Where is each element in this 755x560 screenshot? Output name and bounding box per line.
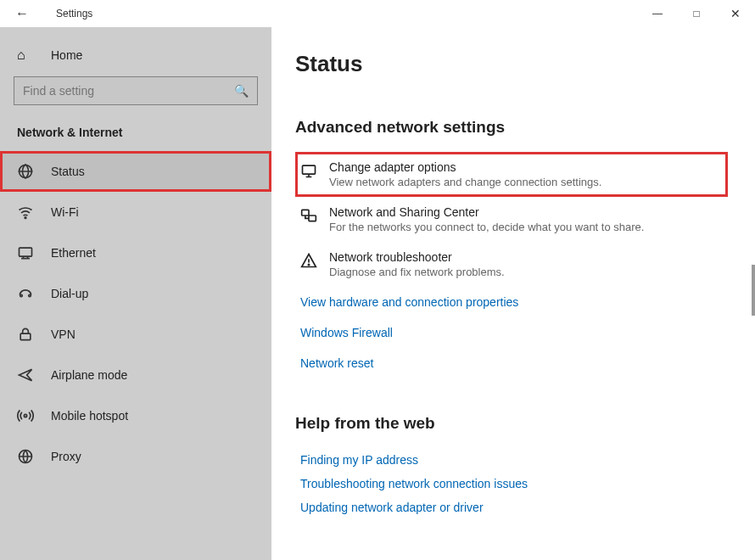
back-button[interactable]: ←	[15, 6, 36, 21]
search-icon: 🔍	[234, 84, 249, 98]
sidebar-item-label: Proxy	[51, 450, 81, 463]
scrollbar-thumb[interactable]	[752, 265, 755, 316]
sidebar-item-label: Airplane mode	[51, 368, 127, 382]
help-link-adapter[interactable]: Updating network adapter or driver	[295, 496, 728, 519]
titlebar: ← Settings — □ ✕	[0, 0, 755, 27]
option-desc: Diagnose and fix network problems.	[329, 266, 505, 278]
link-hardware-properties[interactable]: View hardware and connection properties	[295, 287, 728, 317]
svg-point-4	[29, 294, 31, 297]
main-panel: Status Advanced network settings Change …	[271, 27, 755, 560]
vpn-icon	[17, 326, 37, 343]
advanced-heading: Advanced network settings	[295, 118, 728, 137]
sidebar: ⌂ Home 🔍 Network & Internet Status Wi-Fi…	[0, 27, 271, 560]
status-icon	[17, 163, 37, 180]
option-title: Network and Sharing Center	[329, 205, 644, 219]
adapter-icon	[300, 160, 329, 188]
search-input[interactable]	[23, 84, 234, 98]
minimize-button[interactable]: —	[638, 0, 677, 27]
help-heading: Help from the web	[295, 414, 728, 433]
sharing-icon	[300, 205, 329, 233]
sidebar-home-label: Home	[51, 48, 82, 62]
link-network-reset[interactable]: Network reset	[295, 348, 728, 378]
wifi-icon	[17, 204, 37, 221]
sidebar-item-label: VPN	[51, 328, 76, 341]
sidebar-item-label: Ethernet	[51, 246, 96, 260]
option-sharing-center[interactable]: Network and Sharing Center For the netwo…	[295, 197, 728, 242]
help-link-trouble[interactable]: Troubleshooting network connection issue…	[295, 472, 728, 496]
option-change-adapter[interactable]: Change adapter options View network adap…	[295, 152, 728, 197]
svg-point-3	[20, 294, 23, 297]
svg-rect-2	[20, 248, 32, 256]
option-desc: For the networks you connect to, decide …	[329, 221, 644, 233]
svg-point-6	[24, 414, 26, 417]
sidebar-item-vpn[interactable]: VPN	[0, 314, 271, 355]
help-link-ip[interactable]: Finding my IP address	[295, 448, 728, 472]
sidebar-home[interactable]: ⌂ Home	[0, 42, 271, 76]
search-box[interactable]: 🔍	[14, 76, 258, 105]
sidebar-category: Network & Internet	[0, 126, 271, 151]
sidebar-item-proxy[interactable]: Proxy	[0, 436, 271, 477]
home-icon: ⌂	[17, 48, 37, 63]
sidebar-item-label: Dial-up	[51, 287, 88, 300]
svg-rect-9	[302, 210, 309, 216]
svg-rect-5	[20, 333, 31, 340]
option-title: Change adapter options	[329, 160, 601, 174]
page-title: Status	[295, 51, 728, 77]
sidebar-item-wifi[interactable]: Wi-Fi	[0, 192, 271, 232]
dialup-icon	[17, 285, 37, 302]
sidebar-item-dialup[interactable]: Dial-up	[0, 273, 271, 314]
option-title: Network troubleshooter	[329, 250, 505, 264]
window-title: Settings	[56, 8, 92, 20]
svg-rect-8	[303, 165, 316, 174]
sidebar-item-label: Status	[51, 165, 85, 178]
hotspot-icon	[17, 407, 37, 424]
maximize-button[interactable]: □	[677, 0, 716, 27]
warning-icon	[300, 250, 329, 278]
svg-point-11	[308, 264, 309, 265]
sidebar-item-ethernet[interactable]: Ethernet	[0, 232, 271, 273]
airplane-icon	[17, 367, 37, 384]
close-button[interactable]: ✕	[716, 0, 755, 27]
sidebar-item-label: Mobile hotspot	[51, 409, 128, 423]
link-windows-firewall[interactable]: Windows Firewall	[295, 317, 728, 348]
svg-rect-10	[309, 216, 316, 221]
sidebar-item-status[interactable]: Status	[0, 151, 271, 192]
option-desc: View network adapters and change connect…	[329, 176, 601, 188]
sidebar-item-hotspot[interactable]: Mobile hotspot	[0, 395, 271, 436]
proxy-icon	[17, 448, 37, 465]
sidebar-item-label: Wi-Fi	[51, 205, 79, 219]
option-troubleshooter[interactable]: Network troubleshooter Diagnose and fix …	[295, 242, 728, 287]
ethernet-icon	[17, 244, 37, 261]
svg-point-1	[25, 217, 26, 219]
sidebar-item-airplane[interactable]: Airplane mode	[0, 355, 271, 395]
